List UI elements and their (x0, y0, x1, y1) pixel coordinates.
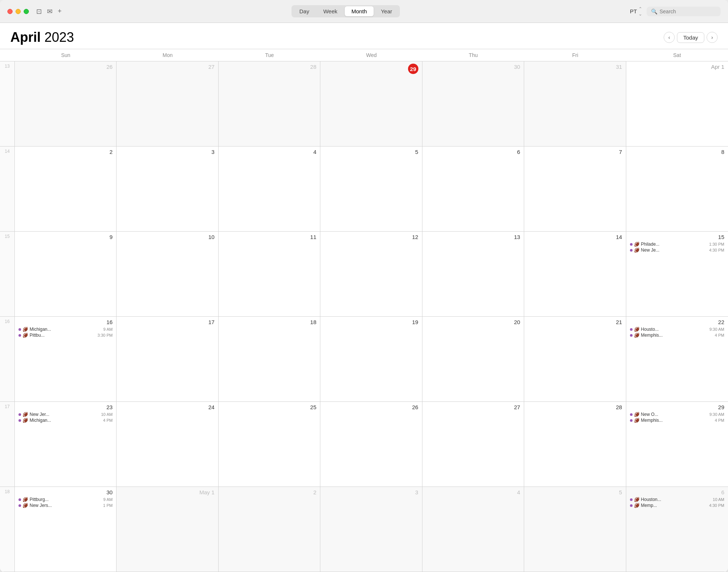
day-cell-mar28[interactable]: 28 (219, 61, 320, 146)
today-button[interactable]: Today (677, 32, 704, 43)
event-memphis-sat29[interactable]: 🏈 Memphis... 4 PM (630, 418, 724, 423)
event-pitt-sun30[interactable]: 🏈 Pittburg... 9 AM (18, 497, 112, 502)
search-input[interactable] (660, 9, 716, 14)
calendar-nav: ‹ Today › (664, 32, 718, 43)
day-cell-apr22[interactable]: 22 🏈 Housto... 9:30 AM 🏈 Memphis... 4 PM (626, 317, 728, 401)
sidebar-icon[interactable]: ⊡ (36, 7, 42, 16)
close-button[interactable] (7, 9, 13, 14)
day-cell-apr25[interactable]: 25 (219, 402, 320, 487)
event-newjers-sun30[interactable]: 🏈 New Jers... 1 PM (18, 503, 112, 508)
day-cell-mar26[interactable]: 26 (15, 61, 117, 146)
day-cell-apr9[interactable]: 9 (15, 232, 117, 316)
day-cell-may3[interactable]: 3 (320, 487, 422, 572)
week-num-16: 16 (0, 317, 15, 401)
timezone-label: PT (630, 8, 637, 14)
event-dot (630, 334, 633, 337)
day-number: 21 (528, 319, 622, 325)
event-time: 4:30 PM (709, 503, 724, 508)
maximize-button[interactable] (24, 9, 29, 14)
event-dot (630, 504, 633, 507)
day-cell-mar30[interactable]: 30 (422, 61, 524, 146)
day-cell-apr29[interactable]: 29 🏈 New O... 9:30 AM 🏈 Memphis... 4 PM (626, 402, 728, 487)
day-cell-apr28[interactable]: 28 (524, 402, 626, 487)
tab-week[interactable]: Week (317, 6, 344, 16)
day-cell-apr24[interactable]: 24 (117, 402, 218, 487)
event-newje-sat15[interactable]: 🏈 New Je... 4:30 PM (630, 248, 724, 253)
event-memphis-sat22[interactable]: 🏈 Memphis... 4 PM (630, 333, 724, 338)
prev-month-button[interactable]: ‹ (664, 32, 675, 43)
tab-year[interactable]: Year (374, 6, 399, 16)
weeks-container: 13 26 27 28 29 30 31 (0, 61, 728, 572)
week-row-14: 14 2 3 4 5 6 7 (0, 147, 728, 232)
football-icon: 🏈 (23, 497, 28, 502)
day-cell-mar31[interactable]: 31 (524, 61, 626, 146)
event-michigan-sun16[interactable]: 🏈 Michigan... 9 AM (18, 327, 112, 332)
event-dot (630, 243, 633, 246)
event-philade-sat15[interactable]: 🏈 Philade... 1:30 PM (630, 242, 724, 247)
day-cell-apr5[interactable]: 5 (320, 147, 422, 231)
week-row-13: 13 26 27 28 29 30 31 (0, 61, 728, 147)
event-houston-sat22[interactable]: 🏈 Housto... 9:30 AM (630, 327, 724, 332)
day-cell-apr19[interactable]: 19 (320, 317, 422, 401)
day-cell-apr2[interactable]: 2 (15, 147, 117, 231)
day-cell-may4[interactable]: 4 (422, 487, 524, 572)
day-cell-apr14[interactable]: 14 (524, 232, 626, 316)
event-dot (18, 328, 21, 331)
day-cell-mar29[interactable]: 29 (320, 61, 422, 146)
day-cell-apr11[interactable]: 11 (219, 232, 320, 316)
day-number: 24 (120, 404, 214, 410)
day-cell-may6[interactable]: 6 🏈 Houston... 10 AM 🏈 Memp... 4:30 PM (626, 487, 728, 572)
day-number: 26 (324, 404, 418, 410)
tab-day[interactable]: Day (293, 6, 316, 16)
add-event-icon[interactable]: + (58, 7, 62, 16)
day-cell-apr23[interactable]: 23 🏈 New Jer... 10 AM 🏈 Michigan... 4 PM (15, 402, 117, 487)
timezone-selector[interactable]: PT ⌃⌄ (630, 6, 642, 17)
day-cell-apr15[interactable]: 15 🏈 Philade... 1:30 PM 🏈 New Je... 4:30… (626, 232, 728, 316)
day-cell-may5[interactable]: 5 (524, 487, 626, 572)
day-cell-apr12[interactable]: 12 (320, 232, 422, 316)
day-cell-apr4[interactable]: 4 (219, 147, 320, 231)
day-cell-apr27[interactable]: 27 (422, 402, 524, 487)
search-box[interactable]: 🔍 (647, 7, 721, 16)
day-cell-apr17[interactable]: 17 (117, 317, 218, 401)
minimize-button[interactable] (16, 9, 21, 14)
day-cell-apr10[interactable]: 10 (117, 232, 218, 316)
event-michigan-sun23[interactable]: 🏈 Michigan... 4 PM (18, 418, 112, 423)
inbox-icon[interactable]: ✉ (47, 7, 53, 16)
day-cell-apr20[interactable]: 20 (422, 317, 524, 401)
day-cell-apr21[interactable]: 21 (524, 317, 626, 401)
day-cell-apr18[interactable]: 18 (219, 317, 320, 401)
day-cell-apr7[interactable]: 7 (524, 147, 626, 231)
event-dot (630, 413, 633, 416)
day-cell-may1[interactable]: May 1 (117, 487, 218, 572)
day-number: 26 (18, 64, 112, 70)
day-cell-apr30[interactable]: 30 🏈 Pittburg... 9 AM 🏈 New Jers... 1 PM (15, 487, 117, 572)
tab-month[interactable]: Month (345, 6, 374, 16)
week-num-header (0, 49, 15, 61)
event-dot (630, 249, 633, 252)
day-cell-mar27[interactable]: 27 (117, 61, 218, 146)
day-cell-apr26[interactable]: 26 (320, 402, 422, 487)
day-number: 28 (528, 404, 622, 410)
event-dot (18, 419, 21, 422)
day-cell-apr3[interactable]: 3 (117, 147, 218, 231)
day-cell-apr6[interactable]: 6 (422, 147, 524, 231)
day-cell-apr1[interactable]: Apr 1 (626, 61, 728, 146)
next-month-button[interactable]: › (707, 32, 718, 43)
day-cell-apr16[interactable]: 16 🏈 Michigan... 9 AM 🏈 Pittbu... 3:30 P… (15, 317, 117, 401)
event-houston-may6[interactable]: 🏈 Houston... 10 AM (630, 497, 724, 502)
day-cell-may2[interactable]: 2 (219, 487, 320, 572)
week-num-18: 18 (0, 487, 15, 572)
day-cell-apr13[interactable]: 13 (422, 232, 524, 316)
event-time: 4 PM (715, 333, 724, 337)
event-pitt-sun16[interactable]: 🏈 Pittbu... 3:30 PM (18, 333, 112, 338)
event-newo-sat29[interactable]: 🏈 New O... 9:30 AM (630, 412, 724, 417)
day-number: 18 (222, 319, 316, 325)
week-row-17: 17 23 🏈 New Jer... 10 AM 🏈 Michigan... 4… (0, 402, 728, 487)
event-time: 1:30 PM (709, 242, 724, 246)
day-cell-apr8[interactable]: 8 (626, 147, 728, 231)
event-newjer-sun23[interactable]: 🏈 New Jer... 10 AM (18, 412, 112, 417)
day-number: 13 (426, 234, 520, 240)
event-memp-may6[interactable]: 🏈 Memp... 4:30 PM (630, 503, 724, 508)
dow-thu: Thu (422, 49, 524, 61)
